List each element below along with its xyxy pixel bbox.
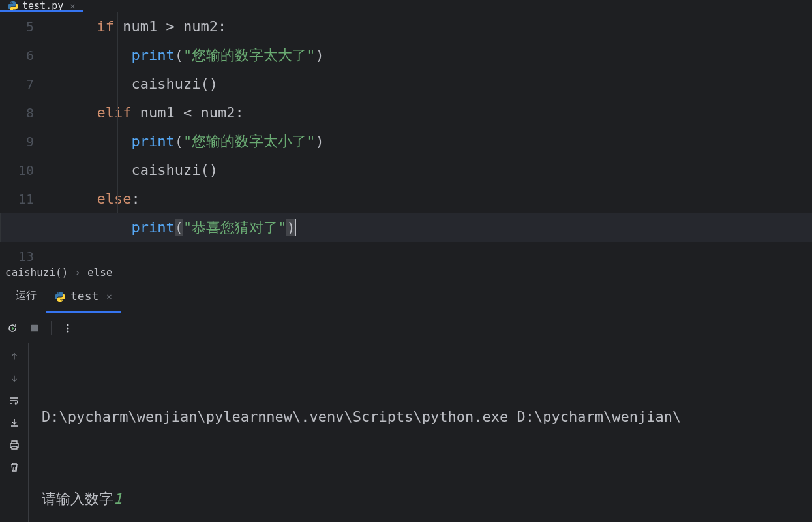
breadcrumb-item[interactable]: caishuzi()	[5, 266, 68, 279]
code-line: caishuzi()	[80, 70, 812, 99]
python-file-icon	[8, 1, 18, 11]
code-line: print("您输的数字太小了")	[80, 127, 812, 156]
console-line: 请输入数字1	[42, 485, 799, 513]
soft-wrap-icon[interactable]	[8, 394, 21, 407]
code-content[interactable]: if num1 > num2: print("您输的数字太大了") caishu…	[46, 12, 812, 266]
line-number: 11	[0, 185, 34, 213]
stop-icon[interactable]	[29, 322, 40, 334]
scroll-to-end-icon[interactable]	[8, 416, 21, 429]
code-line: elif num1 < num2:	[80, 99, 812, 127]
editor-tab-bar: test.py ✕	[0, 0, 812, 12]
python-file-icon	[55, 291, 65, 301]
code-line: caishuzi()	[80, 156, 812, 185]
separator	[51, 321, 52, 335]
code-line: print("您输的数字太大了")	[80, 41, 812, 70]
code-line: print("恭喜您猜对了")	[0, 213, 812, 242]
close-icon[interactable]: ✕	[106, 291, 112, 301]
run-tool-window: 运行 test ✕ D:\pycharm\wen	[0, 279, 812, 522]
code-line: else:	[80, 185, 812, 213]
arrow-up-icon[interactable]	[8, 350, 21, 363]
arrow-down-icon[interactable]	[8, 372, 21, 385]
console-sidebar	[0, 343, 29, 522]
chevron-right-icon: ›	[74, 266, 81, 279]
line-number: 8	[0, 99, 34, 127]
code-editor[interactable]: 5 6 7 8 9 10 11 12 13 if num1 > num2: pr…	[0, 12, 812, 266]
line-number: 13	[0, 242, 34, 266]
rerun-icon[interactable]	[7, 322, 18, 334]
run-panel-label: 运行	[7, 289, 46, 303]
run-toolbar	[0, 313, 812, 343]
run-config-tab[interactable]: test ✕	[46, 279, 121, 313]
code-line: if num1 > num2:	[80, 12, 812, 41]
line-number: 6	[0, 41, 34, 70]
run-tab-name: test	[70, 289, 98, 303]
line-number: 5	[0, 12, 34, 41]
editor-tab[interactable]: test.py ✕	[0, 0, 83, 12]
console-line: D:\pycharm\wenjian\pylearnnew\.venv\Scri…	[42, 403, 799, 431]
line-number: 7	[0, 70, 34, 99]
svg-point-1	[67, 324, 69, 326]
code-line	[80, 242, 812, 266]
print-icon[interactable]	[8, 438, 21, 452]
breadcrumb-item[interactable]: else	[87, 266, 113, 279]
close-icon[interactable]: ✕	[70, 1, 75, 11]
more-icon[interactable]	[62, 322, 74, 334]
run-tab-bar: 运行 test ✕	[0, 279, 812, 313]
tab-filename: test.py	[22, 0, 63, 12]
svg-point-3	[67, 330, 69, 332]
line-number: 9	[0, 127, 34, 156]
text-cursor	[295, 219, 296, 236]
line-number: 10	[0, 156, 34, 185]
console-output[interactable]: D:\pycharm\wenjian\pylearnnew\.venv\Scri…	[29, 343, 812, 522]
console-wrap: D:\pycharm\wenjian\pylearnnew\.venv\Scri…	[0, 343, 812, 522]
trash-icon[interactable]	[8, 461, 21, 474]
breadcrumb: caishuzi() › else	[0, 266, 812, 279]
svg-point-2	[67, 327, 69, 329]
svg-rect-0	[31, 324, 38, 331]
